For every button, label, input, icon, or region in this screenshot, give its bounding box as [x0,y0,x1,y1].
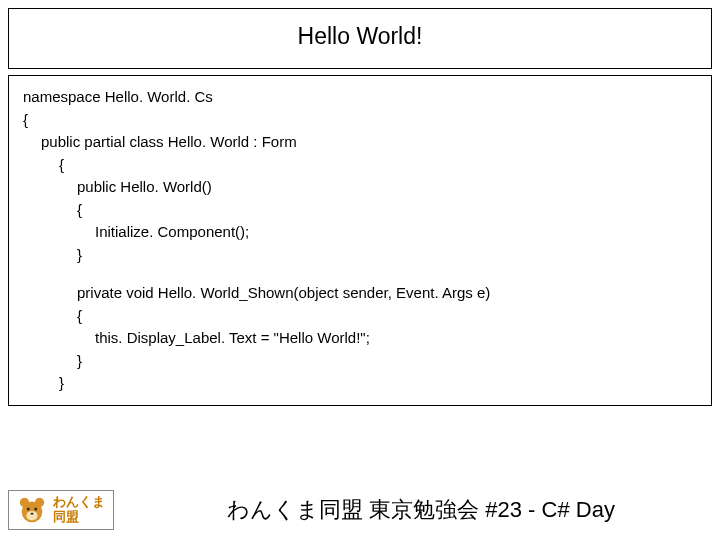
code-line: { [23,109,697,132]
slide-title: Hello World! [298,23,423,49]
code-line: { [59,154,697,177]
slide-title-box: Hello World! [8,8,712,69]
logo-text: わんくま 同盟 [53,495,105,525]
svg-point-6 [31,513,34,515]
logo-box: わんくま 同盟 [8,490,114,530]
svg-point-5 [34,508,37,511]
code-line: public Hello. World() [77,176,697,199]
logo-line1: わんくま [53,495,105,510]
code-line: } [77,244,697,267]
code-line: namespace Hello. World. Cs [23,86,697,109]
code-line: public partial class Hello. World : Form [41,131,697,154]
code-line: } [59,372,697,395]
code-box: namespace Hello. World. Cs { public part… [8,75,712,406]
code-line: { [77,305,697,328]
code-line: this. Display_Label. Text = "Hello World… [95,327,697,350]
bear-icon [17,495,47,525]
footer: わんくま 同盟 わんくま同盟 東京勉強会 #23 - C# Day [8,490,712,530]
logo-line2: 同盟 [53,510,105,525]
code-line: Initialize. Component(); [95,221,697,244]
slide: Hello World! namespace Hello. World. Cs … [0,0,720,540]
code-line: } [77,350,697,373]
svg-point-3 [26,511,37,520]
spacer [23,266,697,282]
code-line: private void Hello. World_Shown(object s… [77,282,697,305]
footer-title: わんくま同盟 東京勉強会 #23 - C# Day [130,495,712,525]
svg-point-4 [27,508,30,511]
code-line: { [77,199,697,222]
